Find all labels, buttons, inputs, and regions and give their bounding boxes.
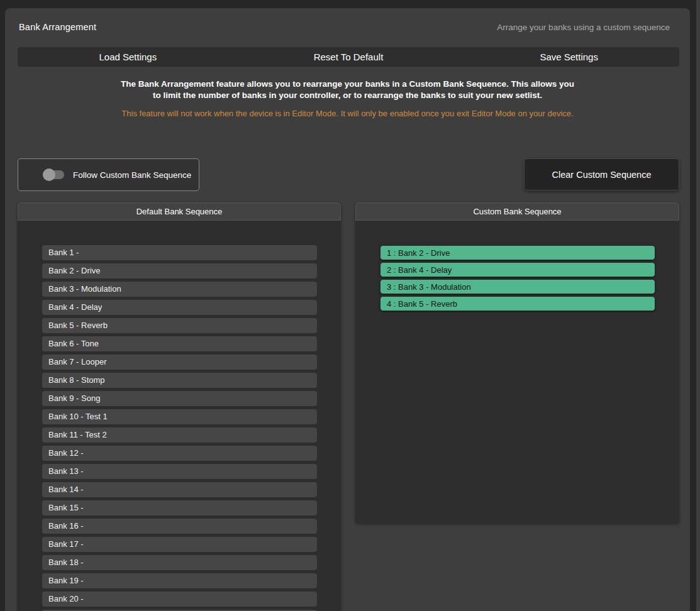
- default-bank-item[interactable]: Bank 14 -: [42, 482, 317, 497]
- reset-to-default-button[interactable]: Reset To Default: [238, 47, 459, 67]
- feature-description-text: The Bank Arrangement feature allows you …: [118, 79, 578, 101]
- page-subtitle: Arrange your banks using a custom sequen…: [497, 23, 670, 32]
- default-bank-item[interactable]: Bank 5 - Reverb: [42, 318, 317, 333]
- toggle-thumb: [43, 168, 55, 181]
- custom-panel-title: Custom Bank Sequence: [355, 202, 679, 221]
- page-header-row: Bank Arrangement Arrange your banks usin…: [19, 22, 670, 35]
- default-bank-sequence-panel: Default Bank Sequence Bank 1 -Bank 2 - D…: [18, 202, 341, 611]
- save-settings-button[interactable]: Save Settings: [458, 47, 679, 67]
- custom-bank-item[interactable]: 2 : Bank 4 - Delay: [380, 262, 655, 277]
- default-bank-item[interactable]: Bank 17 -: [42, 537, 317, 552]
- toggle-switch-icon[interactable]: [43, 168, 64, 181]
- default-bank-item[interactable]: Bank 12 -: [42, 446, 317, 461]
- default-bank-item[interactable]: Bank 8 - Stomp: [42, 373, 317, 388]
- default-bank-item[interactable]: Bank 7 - Looper: [42, 355, 317, 370]
- default-bank-item[interactable]: Bank 9 - Song: [42, 391, 317, 406]
- feature-description: The Bank Arrangement feature allows you …: [5, 79, 690, 119]
- default-bank-item[interactable]: Bank 4 - Delay: [42, 300, 317, 315]
- default-bank-item[interactable]: Bank 15 -: [42, 500, 317, 515]
- toggle-label: Follow Custom Bank Sequence: [73, 170, 191, 180]
- default-bank-item[interactable]: Bank 3 - Modulation: [42, 282, 317, 297]
- custom-bank-item[interactable]: 4 : Bank 5 - Reverb: [380, 296, 655, 311]
- custom-bank-list: 1 : Bank 2 - Drive2 : Bank 4 - Delay3 : …: [355, 221, 679, 319]
- default-bank-item[interactable]: Bank 6 - Tone: [42, 336, 317, 351]
- default-bank-item[interactable]: Bank 20 -: [42, 592, 317, 607]
- default-panel-title: Default Bank Sequence: [18, 202, 341, 221]
- default-bank-item[interactable]: Bank 2 - Drive: [42, 263, 317, 278]
- default-bank-item[interactable]: Bank 19 -: [42, 573, 317, 588]
- custom-bank-item[interactable]: 3 : Bank 3 - Modulation: [380, 279, 655, 294]
- page-title: Bank Arrangement: [19, 22, 96, 32]
- settings-toolbar: Load Settings Reset To Default Save Sett…: [18, 47, 679, 67]
- default-bank-list: Bank 1 -Bank 2 - DriveBank 3 - Modulatio…: [18, 221, 341, 611]
- default-bank-item[interactable]: Bank 18 -: [42, 555, 317, 570]
- default-bank-item[interactable]: Bank 10 - Test 1: [42, 409, 317, 424]
- bank-arrangement-page: Bank Arrangement Arrange your banks usin…: [5, 8, 690, 611]
- load-settings-button[interactable]: Load Settings: [18, 47, 238, 67]
- clear-custom-sequence-button[interactable]: Clear Custom Sequence: [524, 158, 679, 190]
- default-bank-item[interactable]: Bank 16 -: [42, 519, 317, 534]
- default-bank-item[interactable]: Bank 11 - Test 2: [42, 427, 317, 443]
- window-right-edge: [696, 0, 700, 611]
- custom-bank-sequence-panel: Custom Bank Sequence 1 : Bank 2 - Drive2…: [355, 202, 679, 524]
- editor-mode-warning-text: This feature will not work when the devi…: [121, 108, 573, 120]
- default-bank-item[interactable]: Bank 13 -: [42, 464, 317, 479]
- custom-bank-item[interactable]: 1 : Bank 2 - Drive: [380, 245, 655, 260]
- follow-custom-sequence-toggle[interactable]: Follow Custom Bank Sequence: [18, 158, 199, 191]
- default-bank-item[interactable]: Bank 1 -: [42, 245, 317, 260]
